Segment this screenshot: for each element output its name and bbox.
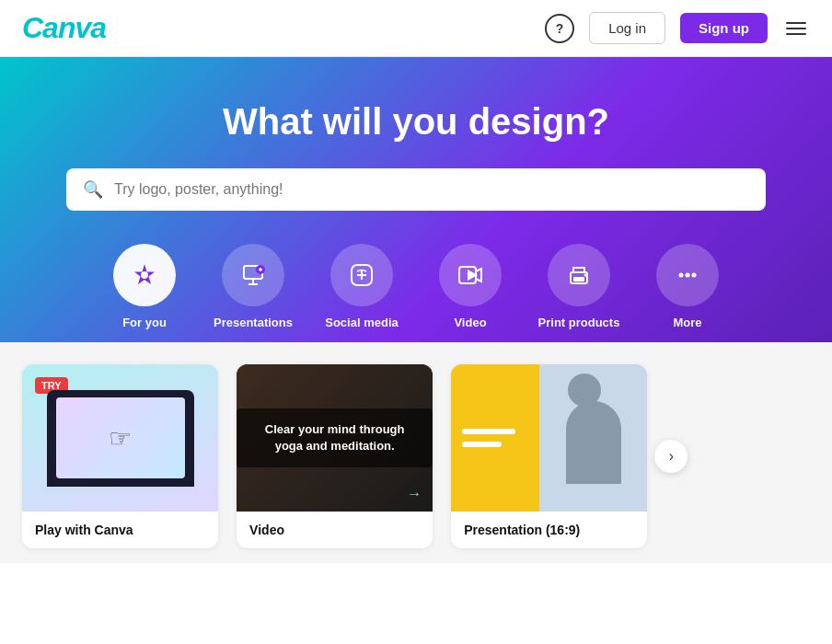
cursor-icon: ☞ xyxy=(109,423,132,454)
svg-point-0 xyxy=(141,271,148,279)
card-video[interactable]: Clear your mind through yoga and meditat… xyxy=(237,364,433,548)
search-icon: 🔍 xyxy=(83,179,103,200)
video-overlay-text: Clear your mind through yoga and meditat… xyxy=(255,421,414,454)
pres-yellow-panel xyxy=(451,364,539,512)
svg-point-8 xyxy=(584,274,587,277)
more-icon xyxy=(656,244,719,306)
pres-line-1 xyxy=(462,429,515,434)
video-text-block: Clear your mind through yoga and meditat… xyxy=(237,408,433,467)
card-play-canva-thumb: TRY ☞ xyxy=(22,364,218,512)
category-item-video[interactable]: Video xyxy=(420,244,521,342)
svg-rect-7 xyxy=(573,277,584,282)
category-more[interactable]: More xyxy=(637,244,738,342)
category-presentations[interactable]: Presentations xyxy=(202,244,304,342)
header: Canva ? Log in Sign up xyxy=(0,0,832,57)
print-products-label: Print products xyxy=(538,316,620,329)
video-label: Video xyxy=(454,316,486,329)
search-input[interactable] xyxy=(114,181,749,198)
card-play-canva-title: Play with Canva xyxy=(22,512,218,548)
category-social-media[interactable]: Social media xyxy=(311,244,412,342)
login-button[interactable]: Log in xyxy=(589,12,665,44)
help-button[interactable]: ? xyxy=(545,14,574,43)
card-presentation[interactable]: Presentation (16:9) xyxy=(451,364,647,548)
for-you-icon xyxy=(113,244,176,306)
pres-line-2 xyxy=(462,442,502,447)
cards-section: TRY ☞ Play with Canva Clear your mind th… xyxy=(0,342,832,563)
svg-point-11 xyxy=(692,273,697,278)
video-icon xyxy=(439,244,502,306)
hero-section: What will you design? 🔍 For you xyxy=(0,57,832,342)
svg-point-10 xyxy=(686,273,690,278)
presentation-layout xyxy=(451,364,647,512)
social-media-label: Social media xyxy=(325,316,398,329)
canva-logo[interactable]: Canva xyxy=(22,11,106,45)
cards-row: TRY ☞ Play with Canva Clear your mind th… xyxy=(22,364,647,548)
card-video-title: Video xyxy=(237,512,433,548)
person-silhouette xyxy=(566,401,621,484)
print-products-icon xyxy=(548,244,610,306)
laptop-mockup: ☞ xyxy=(47,390,194,487)
categories-row: For you Presentations xyxy=(22,244,810,342)
category-item-social-media[interactable]: Social media xyxy=(311,244,412,342)
presentations-label: Presentations xyxy=(214,316,293,329)
for-you-label: For you xyxy=(122,316,167,329)
category-item-presentations[interactable]: Presentations xyxy=(202,244,304,342)
card-video-thumb: Clear your mind through yoga and meditat… xyxy=(237,364,433,512)
category-video[interactable]: Video xyxy=(420,244,521,342)
card-play-canva[interactable]: TRY ☞ Play with Canva xyxy=(22,364,218,548)
category-print-products[interactable]: Print products xyxy=(528,244,630,342)
search-bar: 🔍 xyxy=(66,168,766,211)
pres-photo-panel xyxy=(539,364,647,512)
category-item-for-you[interactable]: For you xyxy=(94,244,195,342)
more-label: More xyxy=(673,316,701,329)
presentations-icon xyxy=(222,244,284,306)
category-for-you[interactable]: For you xyxy=(94,244,195,342)
video-next-icon: → xyxy=(407,486,422,502)
category-item-print-products[interactable]: Print products xyxy=(528,244,630,342)
next-arrow-button[interactable]: › xyxy=(654,440,688,473)
header-actions: ? Log in Sign up xyxy=(545,12,810,44)
hero-title: What will you design? xyxy=(22,101,810,143)
video-overlay: Clear your mind through yoga and meditat… xyxy=(237,364,433,512)
card-presentation-thumb xyxy=(451,364,647,512)
laptop-screen: ☞ xyxy=(56,397,185,478)
category-item-more[interactable]: More xyxy=(637,244,738,342)
card-presentation-title: Presentation (16:9) xyxy=(451,512,647,548)
cards-row-outer: TRY ☞ Play with Canva Clear your mind th… xyxy=(22,364,810,548)
menu-button[interactable] xyxy=(782,18,810,39)
signup-button[interactable]: Sign up xyxy=(680,13,768,43)
social-media-icon xyxy=(330,244,393,306)
svg-point-9 xyxy=(679,273,684,278)
